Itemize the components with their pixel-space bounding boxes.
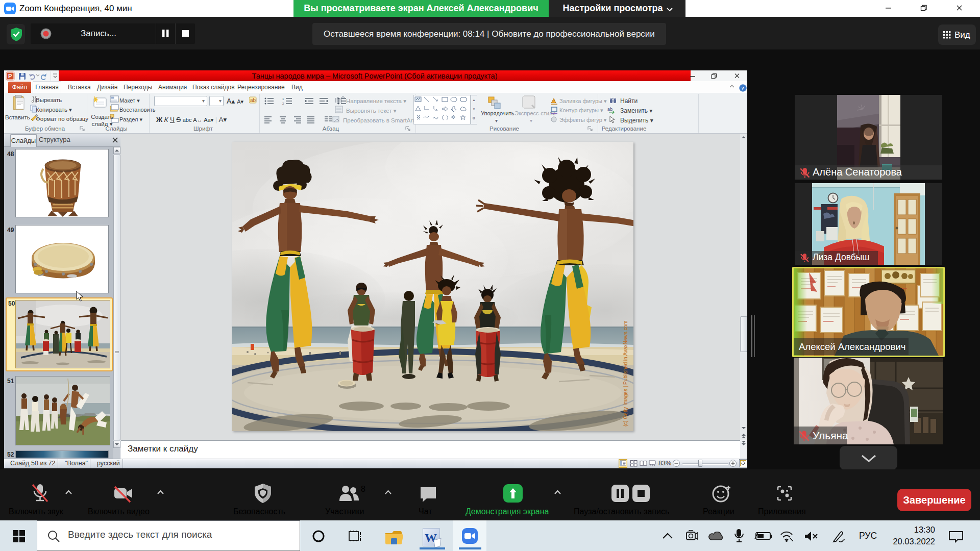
svg-text:?: ? <box>741 85 744 91</box>
svg-text:1: 1 <box>282 97 284 101</box>
svg-text:2: 2 <box>282 102 284 105</box>
svg-text:(c) Getty Images | Published i: (c) Getty Images | Published in AvaxNews… <box>623 321 628 427</box>
svg-text:ab: ab <box>250 97 256 103</box>
svg-text:P: P <box>8 73 12 79</box>
svg-text:ab: ab <box>607 107 612 112</box>
